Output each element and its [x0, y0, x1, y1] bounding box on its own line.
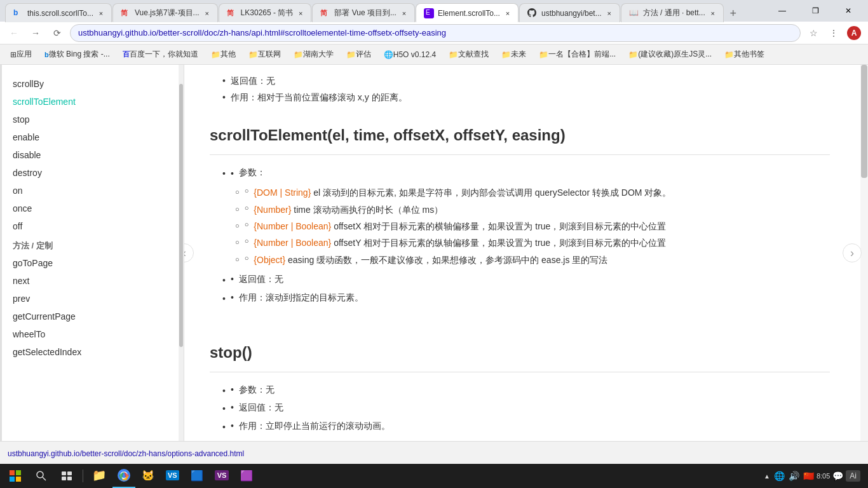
bookmark-star-icon[interactable]: ☆ [804, 24, 822, 42]
sidebar-item-gotopage[interactable]: goToPage [0, 254, 184, 272]
taskbar-app4[interactable]: VS [161, 464, 184, 488]
sidebar-item-disable[interactable]: disable [0, 146, 184, 164]
tab-5-favicon: E [424, 8, 434, 18]
nav-arrow-right[interactable]: › [843, 243, 862, 262]
spacer-2 [210, 325, 830, 337]
bookmark-more[interactable]: 📁 其他书签 [719, 48, 770, 61]
close-button[interactable]: ✕ [834, 0, 863, 22]
sidebar-item-once[interactable]: once [0, 200, 184, 217]
forward-button[interactable]: → [27, 24, 44, 42]
sidebar-item-on[interactable]: on [0, 182, 184, 200]
svg-rect-5 [16, 477, 21, 482]
new-tab-button[interactable]: + [724, 4, 742, 22]
sidebar-item-prev-label: prev [13, 294, 30, 304]
tab-6-favicon [527, 8, 538, 18]
tab-2[interactable]: 简 Vue.js第7课-项目... × [112, 3, 218, 22]
tab-5[interactable]: E Element.scrollTo... × [416, 3, 519, 22]
tab-5-label: Element.scrollTo... [438, 9, 500, 18]
maximize-button[interactable]: ❒ [801, 0, 830, 22]
sidebar-item-wheelto[interactable]: wheelTo [0, 325, 184, 343]
tab-2-close[interactable]: × [202, 8, 212, 18]
address-bar: ← → ⟳ ☆ ⋮ A [0, 22, 868, 44]
param-time-name: time [294, 205, 313, 215]
notification-button[interactable]: 💬 [832, 471, 843, 481]
bookmark-frontend[interactable]: 📁 一名【合格】前端... [534, 48, 621, 61]
tab-3[interactable]: 简 LK30265 - 简书 × [219, 3, 312, 22]
task-view-button[interactable] [55, 464, 79, 488]
systray-arrow[interactable]: ▲ [764, 473, 770, 480]
tab-5-close[interactable]: × [503, 8, 513, 18]
sidebar-item-getselectedindex[interactable]: getSelectedIndex [0, 343, 184, 361]
taskbar: 📁 🐱 VS 🟦 VS 🟪 ▲ 🌐 🔊 🇨🇳 [0, 464, 868, 488]
stop-return-label: 返回值： [239, 400, 275, 414]
sidebar-item-destroy[interactable]: destroy [0, 164, 184, 182]
settings-icon[interactable]: ⋮ [825, 24, 843, 42]
svg-text:A: A [851, 29, 857, 37]
bookmark-js[interactable]: 📁 (建议收藏)原生JS灵... [623, 48, 717, 61]
bookmark-h5o[interactable]: 🌐 H5O v0.12.4 [379, 49, 441, 60]
bookmark-js-label: (建议收藏)原生JS灵... [638, 49, 712, 60]
sidebar-item-stop[interactable]: stop [0, 111, 184, 128]
taskbar-sep-1 [83, 470, 83, 482]
param-el-type: {DOM | String} [254, 187, 311, 198]
sidebar-item-enable[interactable]: enable [0, 128, 184, 146]
bookmark-baidu[interactable]: 百 百度一下，你就知道 [118, 48, 203, 61]
tab-2-label: Vue.js第7课-项目... [135, 8, 200, 18]
taskbar-app6[interactable]: VS [210, 464, 234, 488]
taskbar-app7[interactable]: 🟪 [235, 464, 258, 488]
sidebar-item-scrollby[interactable]: scrollBy [0, 75, 184, 93]
tab-1-close[interactable]: × [96, 8, 106, 18]
scrolltoelement-params-list: • 参数： [210, 165, 830, 180]
window-controls: — ❒ ✕ [768, 0, 863, 22]
bookmark-internet[interactable]: 📁 互联网 [243, 48, 286, 61]
tab-7-close[interactable]: × [708, 8, 718, 18]
tab-4[interactable]: 简 部署 Vue 项目到... × [312, 3, 415, 22]
bookmark-others[interactable]: 📁 其他 [206, 48, 241, 61]
param-time-desc: 滚动动画执行的时长（单位 ms） [313, 205, 444, 215]
sidebar-item-next-label: next [13, 276, 29, 286]
bookmark-hnu[interactable]: 📁 湖南大学 [288, 48, 339, 61]
tab-4-label: 部署 Vue 项目到... [334, 8, 397, 18]
sidebar-top-space [0, 70, 184, 75]
folder-icon-1: 📁 [211, 50, 220, 59]
tab-7[interactable]: 📖 方法 / 通用 · bett... × [621, 3, 724, 22]
tab-6-label: ustbhuangyi/bet... [541, 9, 602, 18]
bookmark-apps[interactable]: ⊞ 应用 [5, 48, 37, 61]
sidebar-item-scrollby-label: scrollBy [13, 79, 44, 89]
taskbar-chrome[interactable] [112, 464, 135, 488]
bookmark-wenxian[interactable]: 📁 文献查找 [444, 48, 494, 61]
bookmark-h5o-label: H5O v0.12.4 [393, 50, 436, 59]
tab-1[interactable]: b this.scroll.scorllTo... × [5, 3, 112, 22]
start-button[interactable] [3, 464, 28, 488]
sidebar-left-border [0, 65, 2, 441]
url-input[interactable] [70, 24, 801, 42]
taskbar-time-display: 8:05 [817, 471, 830, 480]
sidebar-item-scrolltoelement[interactable]: scrollToElement [0, 93, 184, 111]
sidebar-item-prev[interactable]: prev [0, 290, 184, 308]
content-scrollbar-thumb [861, 65, 867, 178]
divider-1 [210, 154, 830, 155]
sidebar-item-next[interactable]: next [0, 272, 184, 290]
stop-params-label: 参数： [239, 383, 266, 396]
taskbar-app3[interactable]: 🐱 [137, 464, 159, 488]
minimize-button[interactable]: — [768, 0, 797, 22]
bookmark-eval[interactable]: 📁 评估 [341, 48, 376, 61]
bookmark-apps-label: 应用 [17, 49, 32, 60]
svg-rect-3 [16, 470, 21, 475]
tab-6-close[interactable]: × [604, 8, 614, 18]
params-label: 参数： [239, 165, 266, 179]
sidebar-item-getcurrentpage[interactable]: getCurrentPage [0, 308, 184, 325]
tab-6[interactable]: ustbhuangyi/bet... × [519, 3, 620, 22]
reload-button[interactable]: ⟳ [48, 24, 66, 42]
sidebar-item-off[interactable]: off [0, 217, 184, 235]
tab-4-close[interactable]: × [399, 8, 409, 18]
back-button[interactable]: ← [5, 24, 23, 42]
taskbar-explorer[interactable]: 📁 [87, 464, 111, 488]
bookmark-bing[interactable]: b 微软 Bing 搜索 -... [39, 48, 115, 61]
search-taskbar-button[interactable] [29, 464, 53, 488]
bookmark-future[interactable]: 📁 未来 [496, 48, 531, 61]
param-el-desc: 滚动到的目标元素, 如果是字符串，则内部会尝试调用 querySelector … [323, 187, 671, 198]
tab-3-close[interactable]: × [295, 8, 306, 18]
taskbar-app5[interactable]: 🟦 [186, 464, 208, 488]
profile-icon[interactable]: A [845, 24, 863, 42]
